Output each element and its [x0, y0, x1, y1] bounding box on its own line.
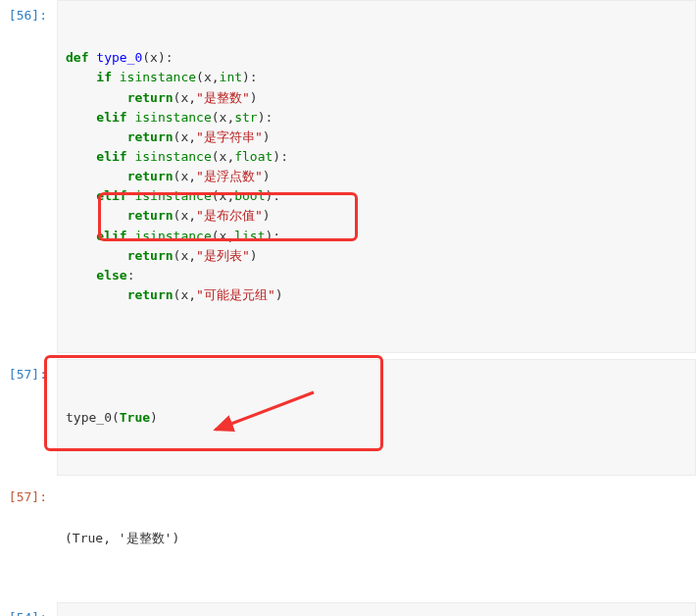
cell-57-in: [57]: type_0(True)	[0, 359, 696, 476]
cell-57-out: [57]: (True, '是整数')	[0, 482, 696, 596]
cell-54-in: [54]: def mxr(x): if isinstance(x,bool):…	[0, 602, 696, 616]
prompt-in-56: [56]:	[0, 0, 57, 23]
code-area-56[interactable]: def type_0(x): if isinstance(x,int): ret…	[57, 0, 696, 353]
notebook-container: [56]: def type_0(x): if isinstance(x,int…	[0, 0, 696, 616]
out-57: (True, '是整数')	[65, 529, 688, 548]
code-57: type_0(True)	[66, 408, 687, 428]
code-56: def type_0(x): if isinstance(x,int): ret…	[66, 48, 687, 305]
code-area-57[interactable]: type_0(True)	[57, 359, 696, 476]
out-area-57: (True, '是整数')	[57, 482, 696, 596]
cell-56-in: [56]: def type_0(x): if isinstance(x,int…	[0, 0, 696, 353]
code-area-54[interactable]: def mxr(x): if isinstance(x,bool): retur…	[57, 602, 696, 616]
prompt-out-57: [57]:	[0, 482, 57, 504]
prompt-in-57: [57]:	[0, 359, 57, 382]
prompt-in-54: [54]:	[0, 602, 57, 616]
